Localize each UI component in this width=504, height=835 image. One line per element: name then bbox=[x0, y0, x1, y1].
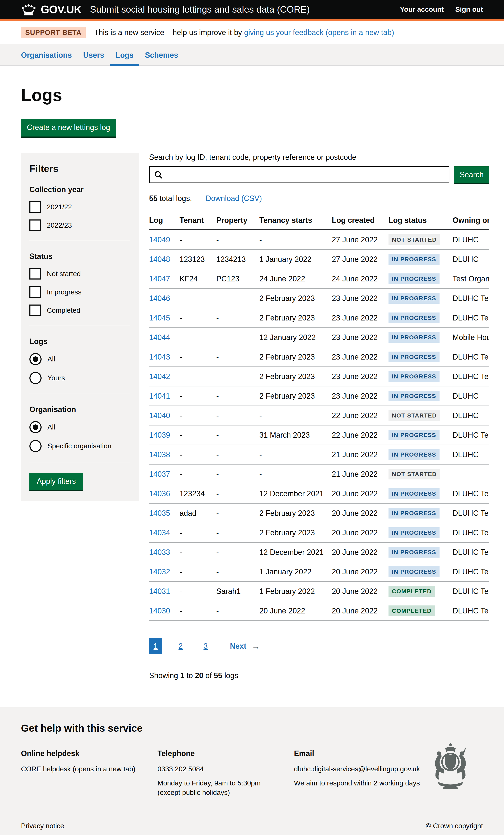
radio-selected-icon[interactable] bbox=[29, 421, 42, 433]
log-id-link[interactable]: 14047 bbox=[149, 274, 170, 283]
cell-property: - bbox=[216, 294, 259, 303]
radio-all[interactable]: All bbox=[29, 353, 130, 365]
log-id-link[interactable]: 14034 bbox=[149, 528, 170, 537]
checkbox-icon[interactable] bbox=[29, 220, 41, 231]
radio-specific-organisation[interactable]: Specific organisation bbox=[29, 440, 130, 452]
cell-owning-organisation: Test Organi bbox=[452, 274, 489, 283]
status-badge: NOT STARTED bbox=[388, 235, 440, 245]
log-id-link[interactable]: 14037 bbox=[149, 470, 170, 478]
nav-tab-logs[interactable]: Logs bbox=[110, 44, 139, 65]
checkbox-in-progress[interactable]: In progress bbox=[29, 286, 130, 298]
radio-all[interactable]: All bbox=[29, 421, 130, 433]
total-logs-text: total logs. bbox=[158, 194, 192, 203]
cell-tenant: - bbox=[180, 431, 216, 440]
table-row: 14045--2 February 202323 June 2022IN PRO… bbox=[149, 308, 489, 328]
search-button[interactable]: Search bbox=[454, 166, 489, 183]
cell-tenant: KF24 bbox=[180, 274, 216, 283]
option-label: Yours bbox=[47, 374, 65, 382]
cell-log_created: 20 June 2022 bbox=[332, 607, 388, 615]
cell-tenant: - bbox=[180, 607, 216, 615]
core-helpdesk-link[interactable]: CORE helpdesk (opens in a new tab) bbox=[21, 765, 136, 773]
status-badge: IN PROGRESS bbox=[388, 449, 440, 460]
log-id-link[interactable]: 14035 bbox=[149, 509, 170, 517]
log-id-link[interactable]: 14036 bbox=[149, 489, 170, 498]
checkbox-icon[interactable] bbox=[29, 268, 41, 280]
feedback-link[interactable]: giving us your feedback (opens in a new … bbox=[244, 28, 394, 37]
cell-owning-organisation: DLUHC Tes bbox=[452, 294, 489, 303]
checkbox-2021-22[interactable]: 2021/22 bbox=[29, 201, 130, 213]
checkbox-icon[interactable] bbox=[29, 201, 41, 213]
radio-icon[interactable] bbox=[29, 440, 42, 452]
log-id-link[interactable]: 14048 bbox=[149, 255, 170, 264]
log-id-link[interactable]: 14031 bbox=[149, 587, 170, 596]
email-heading: Email bbox=[294, 749, 437, 758]
log-id-link[interactable]: 14041 bbox=[149, 392, 170, 400]
cell-owning-organisation: DLUHC Tes bbox=[452, 489, 489, 498]
table-row: 14035adad-2 February 202320 June 2022IN … bbox=[149, 504, 489, 523]
filter-group-label: Status bbox=[29, 252, 130, 261]
pagination-page-3[interactable]: 3 bbox=[199, 638, 212, 654]
checkbox-2022-23[interactable]: 2022/23 bbox=[29, 220, 130, 231]
radio-yours[interactable]: Yours bbox=[29, 372, 130, 384]
cell-owning-organisation: DLUHC bbox=[452, 450, 489, 459]
nav-tab-users[interactable]: Users bbox=[78, 44, 110, 65]
cell-tenant: 123123 bbox=[180, 255, 216, 264]
search-input[interactable] bbox=[149, 166, 449, 183]
filter-group-label: Collection year bbox=[29, 185, 130, 194]
showing-suffix: logs bbox=[224, 671, 238, 680]
table-header-row: LogTenantPropertyTenancy startsLog creat… bbox=[149, 213, 489, 230]
log-id-link[interactable]: 14042 bbox=[149, 372, 170, 381]
cell-log_created: 20 June 2022 bbox=[332, 509, 388, 518]
log-id-link[interactable]: 14030 bbox=[149, 607, 170, 615]
cell-log_created: 20 June 2022 bbox=[332, 528, 388, 537]
log-id-link[interactable]: 14040 bbox=[149, 411, 170, 420]
pagination-page-1[interactable]: 1 bbox=[149, 638, 162, 654]
log-id-link[interactable]: 14044 bbox=[149, 333, 170, 342]
log-id-link[interactable]: 14049 bbox=[149, 236, 170, 244]
cell-property: - bbox=[216, 431, 259, 440]
nav-tab-organisations[interactable]: Organisations bbox=[15, 44, 78, 65]
log-id-link[interactable]: 14045 bbox=[149, 313, 170, 322]
crown-copyright-link[interactable]: © Crown copyright bbox=[426, 822, 483, 830]
primary-nav: OrganisationsUsersLogsSchemes bbox=[0, 44, 504, 66]
log-id-link[interactable]: 14033 bbox=[149, 548, 170, 556]
column-header-tenant: Tenant bbox=[180, 216, 216, 225]
cell-property: - bbox=[216, 353, 259, 362]
apply-filters-button[interactable]: Apply filters bbox=[29, 473, 83, 490]
cell-owning-organisation: DLUHC Tes bbox=[452, 431, 489, 440]
cell-log_created: 20 June 2022 bbox=[332, 548, 388, 557]
pagination-page-2[interactable]: 2 bbox=[174, 638, 187, 654]
radio-icon[interactable] bbox=[29, 372, 42, 384]
service-name[interactable]: Submit social housing lettings and sales… bbox=[90, 4, 310, 15]
checkbox-icon[interactable] bbox=[29, 286, 41, 298]
sign-out-link[interactable]: Sign out bbox=[455, 5, 483, 14]
log-id-link[interactable]: 14032 bbox=[149, 567, 170, 576]
checkbox-icon[interactable] bbox=[29, 305, 41, 316]
log-id-link[interactable]: 14046 bbox=[149, 294, 170, 303]
checkbox-not-started[interactable]: Not started bbox=[29, 268, 130, 280]
email-link[interactable]: dluhc.digital-services@levellingup.gov.u… bbox=[294, 765, 420, 773]
pagination-next-link[interactable]: Next bbox=[230, 642, 246, 651]
checkbox-completed[interactable]: Completed bbox=[29, 305, 130, 316]
page-title: Logs bbox=[21, 85, 504, 105]
cell-property: - bbox=[216, 236, 259, 244]
status-badge: COMPLETED bbox=[388, 586, 435, 597]
cell-tenant: adad bbox=[180, 509, 216, 518]
column-header-log-status: Log status bbox=[388, 216, 452, 225]
header-logo-group[interactable]: GOV.UK Submit social housing lettings an… bbox=[21, 3, 400, 16]
nav-tab-schemes[interactable]: Schemes bbox=[139, 44, 184, 65]
create-lettings-log-button[interactable]: Create a new lettings log bbox=[21, 119, 116, 137]
log-id-link[interactable]: 14039 bbox=[149, 431, 170, 439]
radio-selected-icon[interactable] bbox=[29, 353, 42, 365]
privacy-notice-link[interactable]: Privacy notice bbox=[21, 822, 64, 830]
cell-tenancy_starts: 2 February 2023 bbox=[259, 294, 332, 303]
log-id-link[interactable]: 14038 bbox=[149, 450, 170, 459]
cell-tenancy_starts: 24 June 2022 bbox=[259, 274, 332, 283]
status-badge: IN PROGRESS bbox=[388, 351, 440, 362]
your-account-link[interactable]: Your account bbox=[400, 5, 444, 14]
cell-owning-organisation: DLUHC bbox=[452, 255, 489, 264]
download-csv-link[interactable]: Download (CSV) bbox=[206, 194, 262, 203]
logs-content: Search by log ID, tenant code, property … bbox=[149, 153, 489, 707]
log-id-link[interactable]: 14043 bbox=[149, 353, 170, 361]
cell-tenant: - bbox=[180, 372, 216, 381]
